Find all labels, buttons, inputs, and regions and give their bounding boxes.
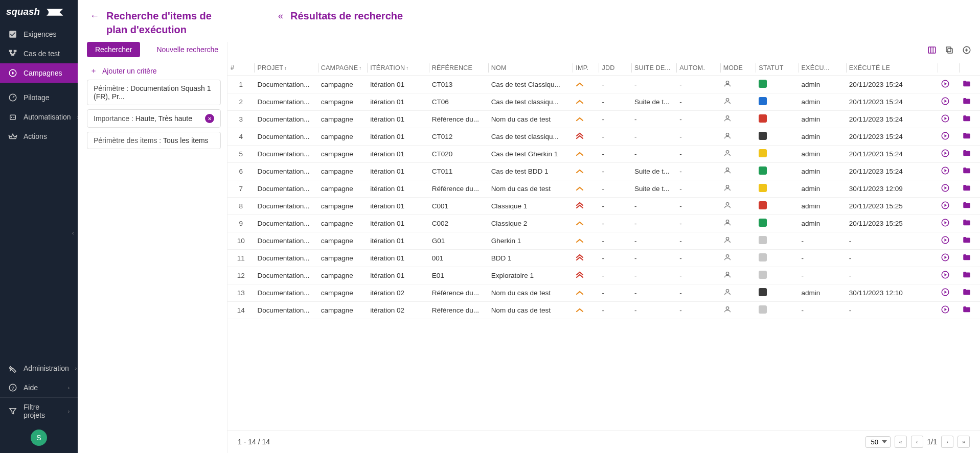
table-row[interactable]: 4Documentation...campagneitération 01CT0… [227, 128, 980, 146]
copy-icon[interactable] [944, 45, 954, 55]
table-row[interactable]: 1Documentation...campagneitération 01CT0… [227, 76, 980, 93]
col-iteration[interactable]: ITÉRATION↑ [367, 60, 428, 76]
criterion-remove-icon[interactable]: ✕ [205, 114, 214, 123]
row-play-button[interactable] [941, 131, 950, 140]
row-folder-button[interactable] [962, 253, 971, 262]
col-campagne[interactable]: CAMPAGNE↑ [318, 60, 368, 76]
cell-mode [720, 76, 756, 93]
col-imp[interactable]: IMP. [573, 60, 599, 76]
importance-high-icon [576, 82, 584, 87]
pager-next-button[interactable]: › [941, 436, 953, 448]
nav-pilotage[interactable]: Pilotage [0, 88, 78, 107]
row-play-button[interactable] [941, 288, 950, 297]
table-row[interactable]: 2Documentation...campagneitération 01CT0… [227, 93, 980, 111]
nav-campagnes[interactable]: Campagnes [0, 63, 78, 83]
row-folder-button[interactable] [962, 305, 971, 314]
row-play-button[interactable] [941, 218, 950, 227]
row-folder-button[interactable] [962, 97, 971, 106]
pager-first-button[interactable]: « [895, 436, 907, 448]
col-num[interactable]: # [227, 60, 254, 76]
criterion-perimetre[interactable]: Périmètre : Documentation Squash 1 (FR),… [87, 80, 221, 105]
row-play-button[interactable] [941, 270, 950, 279]
row-play-button[interactable] [941, 183, 950, 193]
row-folder-button[interactable] [962, 288, 971, 297]
cell-suite: - [631, 128, 676, 146]
sidebar-collapse-handle[interactable]: ‹ [71, 227, 76, 239]
row-folder-button[interactable] [962, 131, 971, 140]
cell-iteration: itération 01 [367, 128, 428, 146]
col-reference[interactable]: RÉFÉRENCE [429, 60, 488, 76]
add-criterion-button[interactable]: ＋ Ajouter un critère [87, 62, 221, 80]
row-folder-button[interactable] [962, 114, 971, 123]
columns-icon[interactable] [927, 45, 937, 55]
cell-executeur: admin [799, 111, 846, 128]
page-size-select[interactable]: 50 [865, 436, 891, 448]
table-row[interactable]: 12Documentation...campagneitération 01E0… [227, 267, 980, 284]
row-play-button[interactable] [941, 149, 950, 158]
row-play-button[interactable] [941, 253, 950, 262]
table-row[interactable]: 9Documentation...campagneitération 01C00… [227, 215, 980, 232]
row-play-button[interactable] [941, 97, 950, 106]
col-jdd[interactable]: JDD [599, 60, 631, 76]
nav-automatisation[interactable]: Automatisation › [0, 107, 78, 127]
col-autom[interactable]: AUTOM. [676, 60, 720, 76]
row-play-button[interactable] [941, 305, 950, 314]
col-execu[interactable]: EXÉCU... [799, 60, 846, 76]
cell-suite: Suite de t... [631, 163, 676, 180]
criterion-perimetre-items[interactable]: Périmètre des items : Tous les items [87, 132, 221, 149]
pager-prev-button[interactable]: ‹ [911, 436, 923, 448]
double-chevron-left-icon[interactable]: « [278, 11, 283, 21]
col-statut[interactable]: STATUT [756, 60, 798, 76]
col-projet[interactable]: PROJET↑ [254, 60, 317, 76]
cell-executeur: admin [799, 198, 846, 215]
row-folder-button[interactable] [962, 201, 971, 210]
row-play-button[interactable] [941, 114, 950, 123]
table-row[interactable]: 14Documentation...campagneitération 02Ré… [227, 302, 980, 319]
cell-statut [756, 232, 798, 250]
nav-exigences[interactable]: Exigences [0, 25, 78, 44]
table-row[interactable]: 3Documentation...campagneitération 01Réf… [227, 111, 980, 128]
nav-administration[interactable]: Administration › [0, 359, 78, 378]
search-button[interactable]: Rechercher [87, 42, 140, 57]
add-circle-icon[interactable] [962, 45, 972, 55]
row-folder-button[interactable] [962, 270, 971, 279]
new-search-link[interactable]: Nouvelle recherche [156, 45, 218, 54]
table-row[interactable]: 6Documentation...campagneitération 01CT0… [227, 163, 980, 180]
cell-nom: Classique 1 [488, 198, 573, 215]
row-folder-button[interactable] [962, 183, 971, 193]
row-folder-button[interactable] [962, 235, 971, 245]
row-play-button[interactable] [941, 166, 950, 175]
row-play-button[interactable] [941, 201, 950, 210]
row-folder-button[interactable] [962, 149, 971, 158]
table-row[interactable]: 7Documentation...campagneitération 01Réf… [227, 180, 980, 198]
cell-statut [756, 76, 798, 93]
table-row[interactable]: 10Documentation...campagneitération 01G0… [227, 232, 980, 250]
table-row[interactable]: 5Documentation...campagneitération 01CT0… [227, 146, 980, 163]
nav-actions[interactable]: Actions [0, 127, 78, 146]
row-play-button[interactable] [941, 79, 950, 88]
results-table: # PROJET↑ CAMPAGNE↑ ITÉRATION↑ RÉFÉRENCE… [227, 60, 980, 319]
nav-cas-de-test[interactable]: Cas de test [0, 44, 78, 63]
pager-last-button[interactable]: » [958, 436, 970, 448]
row-play-button[interactable] [941, 235, 950, 245]
table-row[interactable]: 8Documentation...campagneitération 01C00… [227, 198, 980, 215]
app-logo[interactable]: squash [0, 0, 78, 25]
cell-suite: - [631, 76, 676, 93]
nav-aide[interactable]: ? Aide › [0, 378, 78, 397]
table-row[interactable]: 13Documentation...campagneitération 02Ré… [227, 284, 980, 302]
user-avatar[interactable]: S [31, 430, 47, 446]
row-folder-button[interactable] [962, 79, 971, 88]
col-suite[interactable]: SUITE DE... [631, 60, 676, 76]
col-mode[interactable]: MODE [720, 60, 756, 76]
col-date[interactable]: EXÉCUTÉ LE [846, 60, 938, 76]
cell-importance [573, 198, 599, 215]
back-arrow-icon[interactable]: ← [90, 11, 99, 21]
status-badge [759, 149, 767, 157]
col-nom[interactable]: NOM [488, 60, 573, 76]
nav-filtre-projets[interactable]: Filtre projets › [0, 397, 78, 424]
table-row[interactable]: 11Documentation...campagneitération 0100… [227, 250, 980, 267]
row-folder-button[interactable] [962, 218, 971, 227]
row-folder-button[interactable] [962, 166, 971, 175]
criterion-importance[interactable]: Importance : Haute, Très haute ✕ [87, 109, 221, 128]
cell-autom: - [676, 215, 720, 232]
